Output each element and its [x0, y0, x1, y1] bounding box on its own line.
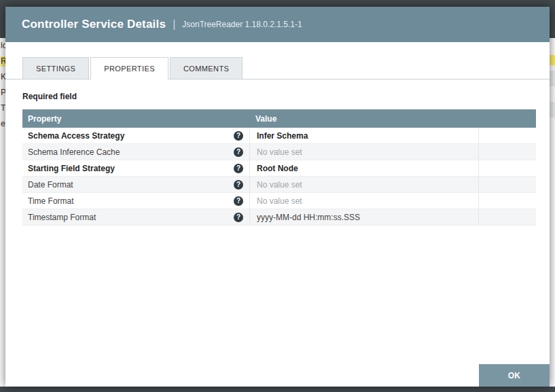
property-value-cell: No value set [250, 177, 479, 192]
background-text-fragment: R [1, 56, 5, 67]
property-name: Schema Inference Cache [28, 147, 120, 157]
background-row-sliver [550, 55, 555, 65]
help-icon[interactable]: ? [234, 180, 243, 190]
property-value: Root Node [257, 164, 298, 173]
property-value: No value set [257, 147, 302, 157]
property-name-cell: Starting Field Strategy? [22, 160, 250, 176]
ok-button[interactable]: OK [479, 364, 550, 387]
property-name-cell: Timestamp Format? [22, 209, 250, 225]
controller-service-details-dialog: Controller Service Details | JsonTreeRea… [5, 7, 550, 387]
properties-table: Property Value Schema Access Strategy?In… [22, 109, 536, 226]
dialog-title: Controller Service Details [22, 18, 166, 31]
help-icon[interactable]: ? [234, 131, 243, 141]
tab-settings[interactable]: SETTINGS [22, 57, 89, 79]
property-row: Schema Inference Cache?No value set [22, 144, 536, 160]
property-value: No value set [257, 196, 302, 206]
property-row: Starting Field Strategy?Root Node [22, 160, 536, 177]
column-header-property: Property [22, 114, 250, 124]
property-name-cell: Schema Inference Cache? [22, 144, 250, 160]
background-page-right-sliver [550, 38, 555, 387]
property-value: Infer Schema [257, 131, 308, 141]
background-text-fragment: P [1, 88, 5, 98]
tab-properties[interactable]: PROPERTIES [90, 57, 168, 79]
help-icon[interactable]: ? [234, 196, 243, 206]
property-value: yyyy-MM-dd HH:mm:ss.SSS [257, 213, 360, 222]
property-value-cell: No value set [250, 144, 479, 160]
dialog-subtitle: JsonTreeReader 1.18.0.2.1.5.1-1 [182, 20, 302, 29]
property-name-cell: Date Format? [22, 177, 250, 192]
property-actions-cell [479, 209, 536, 225]
property-value-cell: Root Node [250, 160, 479, 176]
property-row: Date Format?No value set [22, 177, 536, 193]
properties-table-body: Schema Access Strategy?Infer SchemaSchem… [22, 128, 536, 226]
background-text-fragment: ec [1, 119, 5, 129]
property-name: Date Format [28, 180, 73, 190]
property-actions-cell [479, 144, 536, 160]
property-name-cell: Schema Access Strategy? [22, 128, 250, 143]
required-field-label: Required field [22, 92, 550, 101]
help-icon[interactable]: ? [234, 213, 243, 222]
title-separator: | [173, 18, 175, 31]
property-name: Starting Field Strategy [28, 164, 115, 173]
background-row-sliver [550, 102, 555, 118]
background-row-sliver [550, 71, 555, 86]
dialog-body: SETTINGSPROPERTIESCOMMENTS Required fiel… [5, 42, 550, 387]
property-value: No value set [257, 180, 302, 190]
property-actions-cell [479, 177, 536, 192]
help-icon[interactable]: ? [234, 164, 243, 173]
properties-table-header: Property Value [22, 109, 536, 128]
dialog-header: Controller Service Details | JsonTreeRea… [5, 7, 550, 42]
background-text-fragment: lo [1, 41, 5, 51]
property-actions-cell [479, 160, 536, 176]
property-row: Time Format?No value set [22, 193, 536, 209]
property-value-cell: Infer Schema [250, 128, 479, 143]
property-actions-cell [479, 128, 536, 143]
property-actions-cell [479, 193, 536, 209]
tab-comments[interactable]: COMMENTS [170, 57, 243, 79]
property-name: Timestamp Format [28, 213, 96, 222]
property-name: Time Format [28, 196, 74, 206]
property-name-cell: Time Format? [22, 193, 250, 209]
background-text-fragment: Ti [1, 103, 5, 113]
background-page-left-sliver: loRKePTiec [0, 38, 5, 387]
help-icon[interactable]: ? [234, 147, 243, 157]
property-name: Schema Access Strategy [28, 131, 124, 141]
property-value-cell: No value set [250, 193, 479, 209]
property-row: Schema Access Strategy?Infer Schema [22, 128, 536, 144]
property-value-cell: yyyy-MM-dd HH:mm:ss.SSS [250, 209, 479, 225]
background-text-fragment: Ke [1, 72, 5, 82]
screen: loRKePTiec Controller Service Details | … [0, 0, 555, 392]
column-header-value: Value [250, 114, 479, 124]
tabs: SETTINGSPROPERTIESCOMMENTS [5, 57, 550, 79]
property-row: Timestamp Format?yyyy-MM-dd HH:mm:ss.SSS [22, 209, 536, 226]
